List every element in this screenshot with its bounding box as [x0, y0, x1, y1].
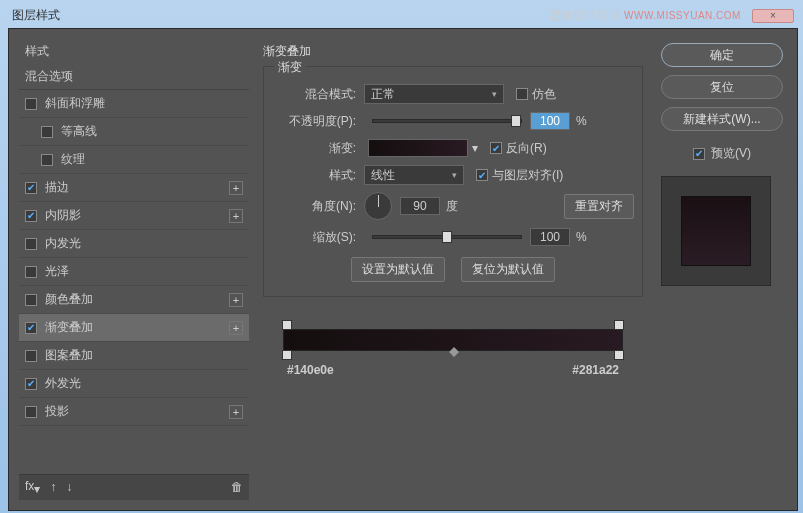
- sidebar-item-描边[interactable]: 描边+: [19, 174, 249, 202]
- effect-label: 斜面和浮雕: [45, 95, 105, 112]
- effect-label: 纹理: [61, 151, 85, 168]
- reset-align-button[interactable]: 重置对齐: [564, 194, 634, 219]
- sidebar-item-等高线[interactable]: 等高线: [19, 118, 249, 146]
- sidebar-item-投影[interactable]: 投影+: [19, 398, 249, 426]
- color-stop-left[interactable]: [282, 350, 292, 360]
- preview-swatch: [681, 196, 751, 266]
- effect-checkbox[interactable]: [25, 210, 37, 222]
- color-stop-right[interactable]: [614, 350, 624, 360]
- sidebar-item-渐变叠加[interactable]: 渐变叠加+: [19, 314, 249, 342]
- dither-label: 仿色: [532, 86, 556, 103]
- gradient-swatch[interactable]: [368, 139, 468, 157]
- opacity-stop-right[interactable]: [614, 320, 624, 330]
- add-effect-icon[interactable]: +: [229, 321, 243, 335]
- sidebar-item-内发光[interactable]: 内发光: [19, 230, 249, 258]
- scale-label: 缩放(S):: [272, 229, 364, 246]
- sidebar-header[interactable]: 样式: [19, 39, 249, 64]
- add-effect-icon[interactable]: +: [229, 405, 243, 419]
- layer-style-dialog: 样式 混合选项 斜面和浮雕等高线纹理描边+内阴影+内发光光泽颜色叠加+渐变叠加+…: [8, 28, 798, 511]
- effect-checkbox[interactable]: [25, 182, 37, 194]
- preview-box: [661, 176, 771, 286]
- style-select[interactable]: 线性▾: [364, 165, 464, 185]
- forum-text: 思缘设计论坛: [549, 8, 621, 22]
- add-effect-icon[interactable]: +: [229, 293, 243, 307]
- effect-label: 投影: [45, 403, 69, 420]
- sidebar-item-外发光[interactable]: 外发光: [19, 370, 249, 398]
- align-label: 与图层对齐(I): [492, 167, 563, 184]
- panel-title: 渐变叠加: [263, 43, 643, 60]
- effect-label: 渐变叠加: [45, 319, 93, 336]
- right-column: 确定 复位 新建样式(W)... 预览(V): [657, 39, 787, 500]
- effect-checkbox[interactable]: [25, 378, 37, 390]
- effect-label: 颜色叠加: [45, 291, 93, 308]
- reverse-label: 反向(R): [506, 140, 547, 157]
- effect-checkbox[interactable]: [25, 98, 37, 110]
- blendmode-select[interactable]: 正常▾: [364, 84, 504, 104]
- blendmode-label: 混合模式:: [272, 86, 364, 103]
- effect-label: 描边: [45, 179, 69, 196]
- blending-options[interactable]: 混合选项: [19, 64, 249, 90]
- reset-default-button[interactable]: 复位为默认值: [461, 257, 555, 282]
- effect-checkbox[interactable]: [41, 126, 53, 138]
- scale-slider[interactable]: [372, 235, 522, 239]
- effect-checkbox[interactable]: [25, 294, 37, 306]
- opacity-unit: %: [576, 114, 587, 128]
- scale-input[interactable]: 100: [530, 228, 570, 246]
- effect-checkbox[interactable]: [25, 406, 37, 418]
- effect-checkbox[interactable]: [25, 350, 37, 362]
- effect-label: 外发光: [45, 375, 81, 392]
- effect-label: 等高线: [61, 123, 97, 140]
- opacity-label: 不透明度(P):: [272, 113, 364, 130]
- sidebar-item-斜面和浮雕[interactable]: 斜面和浮雕: [19, 90, 249, 118]
- effect-label: 光泽: [45, 263, 69, 280]
- opacity-input[interactable]: 100: [530, 112, 570, 130]
- cancel-button[interactable]: 复位: [661, 75, 783, 99]
- angle-dial[interactable]: [364, 192, 392, 220]
- effect-checkbox[interactable]: [25, 238, 37, 250]
- new-style-button[interactable]: 新建样式(W)...: [661, 107, 783, 131]
- sidebar-item-光泽[interactable]: 光泽: [19, 258, 249, 286]
- ok-button[interactable]: 确定: [661, 43, 783, 67]
- scale-unit: %: [576, 230, 587, 244]
- sidebar-item-内阴影[interactable]: 内阴影+: [19, 202, 249, 230]
- effect-label: 内发光: [45, 235, 81, 252]
- angle-label: 角度(N):: [272, 198, 364, 215]
- hex-left: #140e0e: [287, 363, 334, 377]
- chevron-down-icon: ▾: [452, 170, 457, 180]
- angle-input[interactable]: 90: [400, 197, 440, 215]
- sidebar-footer: fx▾ ↑ ↓ 🗑: [19, 474, 249, 500]
- effect-label: 图案叠加: [45, 347, 93, 364]
- gradient-editor[interactable]: #140e0e #281a22: [283, 329, 623, 377]
- gradient-label: 渐变:: [272, 140, 364, 157]
- align-checkbox[interactable]: [476, 169, 488, 181]
- effect-checkbox[interactable]: [25, 322, 37, 334]
- settings-panel: 渐变叠加 渐变 混合模式: 正常▾ 仿色 不透明度(P): 100 % 渐变: …: [249, 39, 657, 500]
- close-button[interactable]: ×: [752, 9, 794, 23]
- styles-sidebar: 样式 混合选项 斜面和浮雕等高线纹理描边+内阴影+内发光光泽颜色叠加+渐变叠加+…: [19, 39, 249, 500]
- opacity-stop-left[interactable]: [282, 320, 292, 330]
- dialog-title: 图层样式: [12, 7, 60, 24]
- move-down-icon[interactable]: ↓: [66, 480, 72, 494]
- sidebar-item-图案叠加[interactable]: 图案叠加: [19, 342, 249, 370]
- preview-label: 预览(V): [711, 145, 751, 162]
- reverse-checkbox[interactable]: [490, 142, 502, 154]
- add-effect-icon[interactable]: +: [229, 209, 243, 223]
- chevron-down-icon[interactable]: ▾: [472, 141, 478, 155]
- midpoint-handle[interactable]: [449, 347, 459, 357]
- set-default-button[interactable]: 设置为默认值: [351, 257, 445, 282]
- dither-checkbox[interactable]: [516, 88, 528, 100]
- style-label: 样式:: [272, 167, 364, 184]
- effect-checkbox[interactable]: [25, 266, 37, 278]
- effect-checkbox[interactable]: [41, 154, 53, 166]
- chevron-down-icon: ▾: [492, 89, 497, 99]
- add-effect-icon[interactable]: +: [229, 181, 243, 195]
- sidebar-item-颜色叠加[interactable]: 颜色叠加+: [19, 286, 249, 314]
- move-up-icon[interactable]: ↑: [50, 480, 56, 494]
- fx-menu[interactable]: fx▾: [25, 479, 40, 496]
- hex-right: #281a22: [572, 363, 619, 377]
- preview-checkbox[interactable]: [693, 148, 705, 160]
- fieldset-legend: 渐变: [274, 59, 306, 76]
- opacity-slider[interactable]: [372, 119, 522, 123]
- sidebar-item-纹理[interactable]: 纹理: [19, 146, 249, 174]
- trash-icon[interactable]: 🗑: [231, 480, 243, 494]
